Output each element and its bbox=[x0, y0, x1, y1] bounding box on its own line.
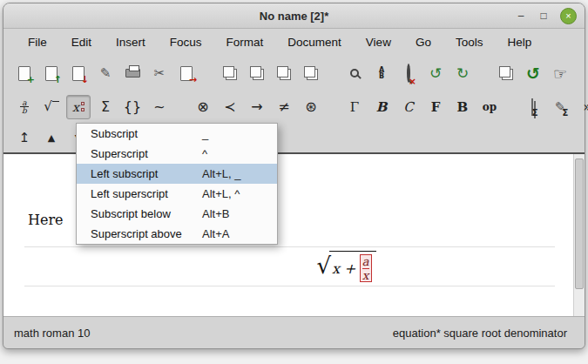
new-document-icon[interactable]: + bbox=[12, 61, 37, 85]
bold-italic-icon[interactable]: B bbox=[369, 95, 394, 119]
fraktur-icon[interactable]: F bbox=[423, 95, 448, 119]
stamp-icon[interactable] bbox=[494, 61, 518, 85]
menu-item-left-superscript[interactable]: Left superscript Alt+L, ^ bbox=[77, 184, 277, 204]
session-group: ↺ ☞ bbox=[494, 61, 572, 85]
replace-icon[interactable]: A B bbox=[369, 61, 394, 85]
scripts-dropdown-menu: Subscript _ Superscript ^ Left subscript… bbox=[76, 123, 278, 245]
menu-file[interactable]: File bbox=[17, 33, 57, 51]
menu-format[interactable]: Format bbox=[216, 33, 274, 51]
reload-icon[interactable]: ↺ bbox=[521, 61, 545, 85]
minimize-button[interactable]: – bbox=[515, 10, 527, 22]
scrollbar-thumb[interactable] bbox=[575, 158, 584, 289]
prec-icon[interactable]: ≺ bbox=[218, 95, 242, 119]
vertical-scrollbar[interactable] bbox=[573, 154, 585, 316]
fraction-icon[interactable]: a b bbox=[12, 95, 37, 119]
edit-formula-icon[interactable]: ✎ Σ bbox=[548, 95, 572, 119]
open-document-icon[interactable]: ↑ bbox=[39, 61, 64, 85]
export-document-icon[interactable]: → bbox=[174, 61, 199, 85]
menu-go[interactable]: Go bbox=[405, 33, 442, 51]
status-mode: math roman 10 bbox=[14, 327, 90, 340]
misc-symbol-icon[interactable]: ⊛ bbox=[299, 95, 323, 119]
menu-focus[interactable]: Focus bbox=[159, 33, 213, 51]
menu-edit[interactable]: Edit bbox=[61, 33, 102, 51]
save-document-icon[interactable]: ↓ bbox=[66, 61, 91, 85]
focused-fraction[interactable]: a x bbox=[360, 254, 372, 283]
equation-prefix: x + bbox=[332, 260, 356, 277]
otimes-icon[interactable]: ⊗ bbox=[191, 95, 215, 119]
paragraph-text: Here bbox=[28, 212, 64, 228]
paste-icon[interactable] bbox=[272, 61, 296, 85]
clipboard-group bbox=[218, 61, 323, 85]
menu-bar: File Edit Insert Focus Format Document V… bbox=[3, 29, 585, 56]
close-button[interactable]: × bbox=[560, 8, 577, 24]
menu-help[interactable]: Help bbox=[497, 33, 542, 51]
neq-icon[interactable]: ≠ bbox=[272, 95, 296, 119]
menu-document[interactable]: Document bbox=[277, 33, 352, 51]
wide-accent-icon[interactable]: ~ bbox=[147, 95, 172, 119]
sqrt-sign: √ bbox=[316, 254, 331, 277]
file-group: + ↑ ↓ ✎ ✂ → bbox=[12, 61, 199, 85]
copy-icon[interactable] bbox=[245, 61, 269, 85]
menu-item-superscript[interactable]: Superscript ^ bbox=[77, 144, 277, 164]
alphabet-group: Γ B C F B op bbox=[342, 95, 502, 119]
menu-item-left-subscript[interactable]: Left subscript Alt+L, _ bbox=[77, 164, 277, 184]
blackboard-icon[interactable]: B bbox=[450, 95, 475, 119]
scissors-icon[interactable]: ✂ bbox=[147, 61, 172, 85]
fraction-numerator: a bbox=[362, 255, 369, 268]
menu-item-subscript[interactable]: Subscript _ bbox=[77, 124, 277, 144]
operator-group: ⊗ ≺ → ≠ ⊛ bbox=[191, 95, 323, 119]
clipboard-icon[interactable] bbox=[299, 61, 323, 85]
focus-top-icon[interactable]: ↥ bbox=[12, 125, 37, 150]
math-extra-group: Σ ✎ Σ » bbox=[521, 95, 588, 119]
rightarrow-icon[interactable]: → bbox=[245, 95, 269, 119]
focus-up-icon[interactable]: ▲ bbox=[39, 125, 64, 150]
search-group: A B × ↺ ↻ bbox=[342, 61, 475, 85]
menu-item-subscript-below[interactable]: Subscript below Alt+B bbox=[77, 204, 277, 224]
equation-environment: √ x + a x bbox=[24, 246, 555, 286]
sqrt-radicand: x + a x bbox=[329, 251, 376, 283]
undo-icon[interactable]: ↺ bbox=[423, 61, 448, 85]
calligraphic-icon[interactable]: C bbox=[396, 95, 421, 119]
window-controls: – □ × bbox=[515, 3, 577, 28]
toolbar-overflow-icon[interactable]: » bbox=[575, 95, 588, 119]
fraction-denominator: x bbox=[362, 268, 369, 282]
big-sum-icon[interactable]: Σ bbox=[93, 95, 118, 119]
equation[interactable]: √ x + a x bbox=[316, 251, 375, 283]
menu-item-superscript-above[interactable]: Superscript above Alt+A bbox=[77, 224, 277, 244]
maximize-button[interactable]: □ bbox=[537, 10, 550, 22]
print-icon[interactable] bbox=[120, 61, 145, 85]
menu-tools[interactable]: Tools bbox=[445, 33, 494, 51]
sqrt-icon[interactable]: √ bbox=[39, 95, 64, 119]
scripts-icon[interactable]: x bbox=[66, 95, 91, 119]
structure-group: a b √ x Σ {} ~ bbox=[12, 95, 172, 119]
pointer-hand-icon[interactable]: ☞ bbox=[548, 61, 572, 85]
status-bar: math roman 10 equation* square root deno… bbox=[3, 316, 585, 348]
app-window: No name [2]* – □ × File Edit Insert Focu… bbox=[3, 3, 585, 349]
title-bar[interactable]: No name [2]* – □ × bbox=[3, 3, 585, 29]
main-toolbar: + ↑ ↓ ✎ ✂ → bbox=[3, 56, 585, 91]
menu-insert[interactable]: Insert bbox=[105, 33, 156, 51]
cut-icon[interactable] bbox=[218, 61, 242, 85]
math-toolbar: a b √ x Σ {} ~ ⊗ ≺ → bbox=[3, 91, 585, 123]
templates-sigma-icon[interactable]: Σ bbox=[521, 95, 545, 119]
edit-tool-icon[interactable]: ✎ bbox=[93, 61, 118, 85]
operator-text-icon[interactable]: op bbox=[477, 95, 502, 119]
window-title: No name [2]* bbox=[3, 3, 585, 28]
braces-icon[interactable]: {} bbox=[120, 95, 145, 119]
stop-search-icon[interactable]: × bbox=[396, 61, 421, 85]
greek-gamma-icon[interactable]: Γ bbox=[342, 95, 367, 119]
search-icon[interactable] bbox=[342, 61, 367, 85]
menu-view[interactable]: View bbox=[355, 33, 402, 51]
status-context: equation* square root denominator bbox=[393, 327, 574, 340]
redo-icon[interactable]: ↻ bbox=[450, 61, 475, 85]
